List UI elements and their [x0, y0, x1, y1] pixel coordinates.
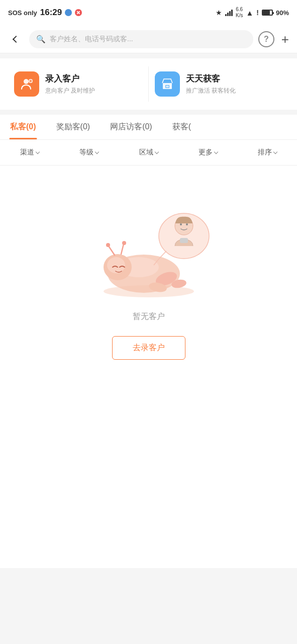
- filter-area-arrow: [154, 149, 158, 153]
- filter-channel-label: 渠道: [20, 148, 34, 157]
- battery-icon: [262, 10, 273, 16]
- tab-reward[interactable]: 奖励客(0): [46, 115, 101, 139]
- banner-card-daily[interactable]: 天天获客 推广激活 获客转化: [149, 66, 289, 102]
- record-customer-subtitle: 意向客户 及时维护: [45, 87, 95, 95]
- bluetooth-icon: ★: [216, 9, 222, 17]
- sos-label: SOS only: [8, 9, 37, 17]
- filter-bar: 渠道 等级 区域 更多 排序: [0, 140, 297, 166]
- banner-cards: 录入客户 意向客户 及时维护 天天获客 推广激活 获客转化: [8, 66, 289, 102]
- signal-icon: [225, 9, 233, 16]
- status-left: SOS only 16:29: [8, 8, 82, 18]
- filter-channel[interactable]: 渠道: [0, 145, 59, 160]
- bottom-space: [0, 417, 297, 568]
- daily-acquire-text: 天天获客 推广激活 获客转化: [186, 73, 236, 95]
- wifi-icon: ▲: [246, 9, 253, 17]
- filter-level-arrow: [95, 149, 99, 153]
- go-record-label: 去录客户: [133, 343, 165, 352]
- filter-sort-arrow: [273, 149, 277, 153]
- svg-point-11: [107, 257, 125, 273]
- tabs-row: 私客(0) 奖励客(0) 网店访客(0) 获客(: [0, 115, 297, 139]
- daily-acquire-icon: [155, 71, 180, 97]
- filter-area-label: 区域: [139, 148, 153, 157]
- banner-card-record[interactable]: 录入客户 意向客户 及时维护: [8, 66, 149, 102]
- nav-bar: 🔍 客户姓名、电话号码或客... ? +: [0, 25, 297, 53]
- filter-channel-arrow: [36, 149, 40, 153]
- empty-illustration: [83, 186, 214, 301]
- tabs-section: 私客(0) 奖励客(0) 网店访客(0) 获客(: [0, 115, 297, 140]
- svg-line-12: [109, 246, 115, 255]
- filter-more-arrow: [214, 149, 218, 153]
- dot-icon: [65, 9, 72, 16]
- search-bar[interactable]: 🔍 客户姓名、电话号码或客...: [29, 30, 253, 48]
- time-display: 16:29: [40, 8, 62, 18]
- signal-warning-icon: !: [256, 9, 259, 17]
- filter-level[interactable]: 等级: [59, 145, 119, 160]
- filter-level-label: 等级: [79, 148, 93, 157]
- data-speed: 6.6K/s: [236, 7, 243, 19]
- banner-section: 录入客户 意向客户 及时维护 天天获客 推广激活 获客转化: [0, 58, 297, 110]
- nav-right-actions: ? +: [258, 31, 289, 47]
- record-customer-icon: [14, 71, 39, 97]
- svg-point-15: [122, 241, 126, 245]
- x-icon: [75, 9, 82, 16]
- search-icon: 🔍: [36, 35, 46, 44]
- back-arrow-icon: [13, 35, 20, 42]
- help-button[interactable]: ?: [258, 31, 274, 47]
- status-bar: SOS only 16:29 ★ 6.6K/s ▲ ! 90%: [0, 0, 297, 25]
- status-right: ★ 6.6K/s ▲ ! 90%: [216, 7, 289, 19]
- svg-line-14: [121, 244, 124, 254]
- record-customer-title: 录入客户: [45, 73, 95, 85]
- filter-more[interactable]: 更多: [178, 145, 238, 160]
- search-placeholder-text: 客户姓名、电话号码或客...: [50, 35, 133, 44]
- tab-netshop[interactable]: 网店访客(0): [100, 115, 162, 139]
- svg-point-0: [24, 79, 29, 84]
- add-button[interactable]: +: [281, 33, 289, 46]
- svg-point-13: [106, 243, 110, 247]
- tab-acquire[interactable]: 获客(: [162, 115, 201, 139]
- back-button[interactable]: [8, 31, 24, 47]
- svg-rect-6: [166, 86, 169, 88]
- empty-text: 暂无客户: [133, 311, 165, 322]
- svg-rect-23: [180, 238, 188, 243]
- daily-acquire-title: 天天获客: [186, 73, 236, 85]
- filter-area[interactable]: 区域: [119, 145, 178, 160]
- svg-point-21: [180, 223, 182, 225]
- filter-more-label: 更多: [199, 148, 213, 157]
- filter-sort-label: 排序: [258, 148, 272, 157]
- svg-point-22: [186, 223, 188, 225]
- record-customer-text: 录入客户 意向客户 及时维护: [45, 73, 95, 95]
- go-record-button[interactable]: 去录客户: [112, 336, 185, 360]
- daily-acquire-subtitle: 推广激活 获客转化: [186, 87, 236, 95]
- battery-percent: 90%: [276, 9, 289, 17]
- filter-sort[interactable]: 排序: [238, 145, 297, 160]
- tab-private[interactable]: 私客(0): [0, 115, 46, 139]
- empty-state: 暂无客户 去录客户: [0, 166, 297, 417]
